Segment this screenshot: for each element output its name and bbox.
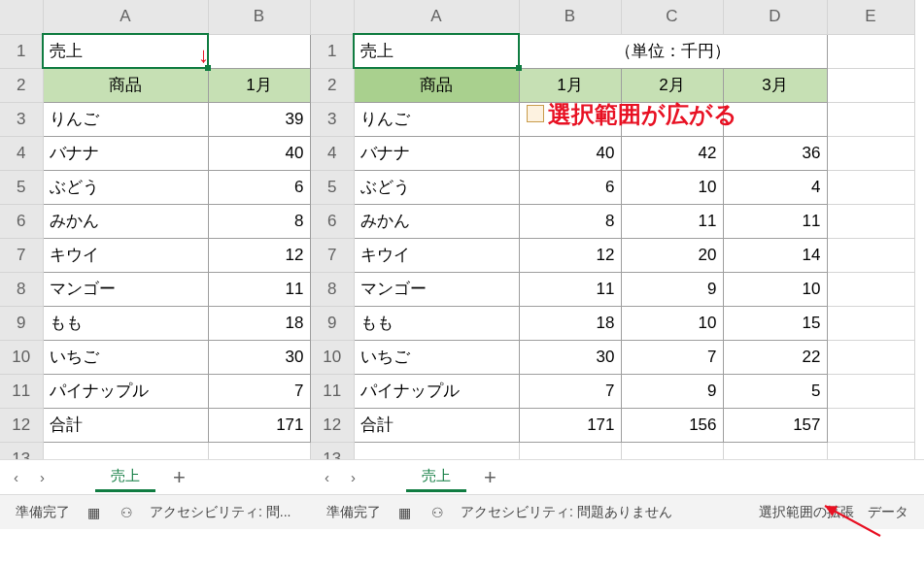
macro-icon[interactable]: ▦ xyxy=(84,505,103,520)
cell-v3[interactable]: 11 xyxy=(723,204,827,238)
cell-empty[interactable] xyxy=(827,306,914,340)
row-header[interactable]: 5 xyxy=(0,170,43,204)
cell-v2[interactable]: 11 xyxy=(621,204,723,238)
cell-name[interactable]: バナナ xyxy=(43,136,208,170)
cell-empty[interactable] xyxy=(827,238,914,272)
row-header[interactable]: 7 xyxy=(311,238,354,272)
row-header[interactable]: 3 xyxy=(0,102,43,136)
sheet-tab[interactable]: 売上 xyxy=(406,463,466,492)
cell-v3[interactable]: 14 xyxy=(723,238,827,272)
cell-empty[interactable] xyxy=(827,102,914,136)
cell-v1[interactable]: 18 xyxy=(519,306,621,340)
col-header-c[interactable]: C xyxy=(621,0,723,34)
cell-v2[interactable]: 10 xyxy=(621,170,723,204)
row-header[interactable]: 7 xyxy=(0,238,43,272)
cell-v3[interactable] xyxy=(723,102,827,136)
cell-value[interactable]: 8 xyxy=(208,204,310,238)
col-header-e[interactable]: E xyxy=(827,0,914,34)
cell-empty[interactable] xyxy=(519,442,621,459)
cell-name[interactable]: りんご xyxy=(354,102,519,136)
cell-name[interactable]: パイナップル xyxy=(43,374,208,408)
cell-empty[interactable] xyxy=(621,442,723,459)
cell-name[interactable]: みかん xyxy=(354,204,519,238)
cell-name[interactable]: キウイ xyxy=(354,238,519,272)
cell-name[interactable]: ぶどう xyxy=(43,170,208,204)
cell-name[interactable]: マンゴー xyxy=(43,272,208,306)
cell-name[interactable]: もも xyxy=(354,306,519,340)
cell-v1[interactable]: 6 xyxy=(519,170,621,204)
cell-v1[interactable]: 8 xyxy=(519,204,621,238)
col-header-a[interactable]: A xyxy=(354,0,519,34)
cell-name[interactable]: りんご xyxy=(43,102,208,136)
cell-header-m2[interactable]: 2月 xyxy=(621,68,723,102)
cell-v1[interactable]: 7 xyxy=(519,374,621,408)
row-header[interactable]: 12 xyxy=(311,408,354,442)
row-header[interactable]: 9 xyxy=(0,306,43,340)
cell-v3[interactable]: 10 xyxy=(723,272,827,306)
cell-unit[interactable]: （単位：千円） xyxy=(519,34,827,68)
cell-empty[interactable] xyxy=(723,442,827,459)
add-sheet[interactable]: + xyxy=(472,465,508,490)
cell-empty[interactable] xyxy=(827,374,914,408)
row-header[interactable]: 3 xyxy=(311,102,354,136)
cell-v1[interactable]: 30 xyxy=(519,340,621,374)
cell-v2[interactable]: 20 xyxy=(621,238,723,272)
cell-value[interactable]: 40 xyxy=(208,136,310,170)
cell-name[interactable]: ぶどう xyxy=(354,170,519,204)
cell-name[interactable]: パイナップル xyxy=(354,374,519,408)
cell-v3[interactable]: 22 xyxy=(723,340,827,374)
row-header[interactable]: 6 xyxy=(311,204,354,238)
cell-v3[interactable]: 4 xyxy=(723,170,827,204)
row-header[interactable]: 4 xyxy=(311,136,354,170)
accessibility-icon[interactable]: ⚇ xyxy=(117,505,136,520)
cell-v1[interactable]: 40 xyxy=(519,136,621,170)
cell-v3[interactable]: 5 xyxy=(723,374,827,408)
select-all[interactable] xyxy=(0,0,43,34)
cell-v2[interactable]: 9 xyxy=(621,374,723,408)
cell-v3[interactable]: 15 xyxy=(723,306,827,340)
cell-empty[interactable] xyxy=(827,340,914,374)
col-header-b[interactable]: B xyxy=(208,0,310,34)
cell-header-product[interactable]: 商品 xyxy=(43,68,208,102)
row-header[interactable]: 1 xyxy=(0,34,43,68)
macro-icon[interactable]: ▦ xyxy=(394,505,414,520)
cell-b1[interactable] xyxy=(208,34,310,68)
cell-empty[interactable] xyxy=(827,272,914,306)
cell-v2[interactable]: 42 xyxy=(621,136,723,170)
row-header[interactable]: 10 xyxy=(311,340,354,374)
cell-v2[interactable]: 7 xyxy=(621,340,723,374)
cell-a1[interactable]: 売上 xyxy=(354,34,519,68)
row-header[interactable]: 8 xyxy=(0,272,43,306)
cell-v3[interactable]: 157 xyxy=(723,408,827,442)
spreadsheet-grid[interactable]: A B 1 売上 2 商品 1月 3 りんご 394 バナナ 405 ぶどう 6… xyxy=(0,0,311,459)
cell-value[interactable]: 39 xyxy=(208,102,310,136)
cell-empty[interactable] xyxy=(827,68,914,102)
col-header-d[interactable]: D xyxy=(723,0,827,34)
cell-empty[interactable] xyxy=(827,34,914,68)
row-header[interactable]: 6 xyxy=(0,204,43,238)
tab-next[interactable]: › xyxy=(351,469,356,485)
row-header[interactable]: 8 xyxy=(311,272,354,306)
cell-value[interactable]: 11 xyxy=(208,272,310,306)
row-header[interactable]: 10 xyxy=(0,340,43,374)
cell-name[interactable]: 合計 xyxy=(43,408,208,442)
row-header[interactable]: 9 xyxy=(311,306,354,340)
cell-name[interactable]: もも xyxy=(43,306,208,340)
cell-a1[interactable]: 売上 xyxy=(43,34,208,68)
cell-empty[interactable] xyxy=(43,442,208,459)
cell-name[interactable]: バナナ xyxy=(354,136,519,170)
accessibility-icon[interactable]: ⚇ xyxy=(428,505,447,520)
col-header-a[interactable]: A xyxy=(43,0,208,34)
row-header[interactable]: 13 xyxy=(0,442,43,459)
cell-name[interactable]: いちご xyxy=(43,340,208,374)
cell-empty[interactable] xyxy=(208,442,310,459)
cell-value[interactable]: 7 xyxy=(208,374,310,408)
cell-value[interactable]: 12 xyxy=(208,238,310,272)
cell-empty[interactable] xyxy=(827,136,914,170)
cell-v1[interactable]: 171 xyxy=(519,408,621,442)
cell-name[interactable]: マンゴー xyxy=(354,272,519,306)
cell-name[interactable]: 合計 xyxy=(354,408,519,442)
cell-empty[interactable] xyxy=(827,170,914,204)
cell-v2[interactable]: 10 xyxy=(621,306,723,340)
tab-next[interactable]: › xyxy=(40,469,45,485)
